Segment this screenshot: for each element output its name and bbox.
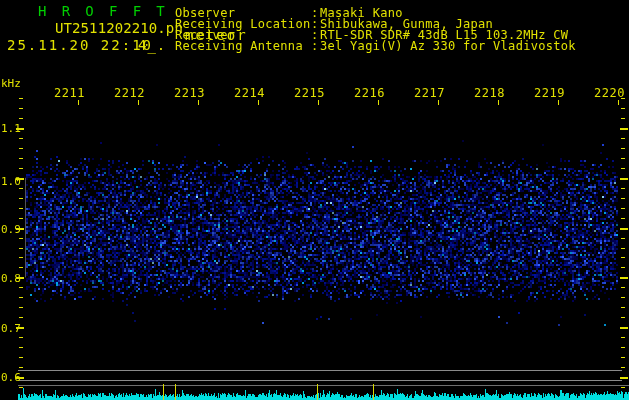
- x-tick-label: 2218: [474, 86, 505, 100]
- y-tick-label: 0.9: [1, 223, 21, 236]
- x-tick-label: 2214: [234, 86, 265, 100]
- info-label: Receiving Antenna: [175, 39, 307, 53]
- x-tick-label: 2213: [174, 86, 205, 100]
- y-tick-label: 1.0: [1, 175, 21, 188]
- x-tick-label: 2216: [354, 86, 385, 100]
- y-tick-label: 1.1: [1, 122, 21, 135]
- spectrogram-canvas: [0, 0, 629, 400]
- x-tick-label: 2212: [114, 86, 145, 100]
- app-title: H R O F F T: [38, 3, 168, 19]
- filename-label: UT2511202210.pn: [55, 20, 183, 36]
- y-axis-unit: kHz: [1, 77, 21, 90]
- y-tick-label: 0.7: [1, 322, 21, 335]
- hrofft-screen: H R O F F T UT2511202210.pn meteor 25.11…: [0, 0, 629, 400]
- datetime-label: 25.11.20 22:10: [7, 37, 153, 53]
- x-tick-label: 2211: [54, 86, 85, 100]
- y-tick-label: 0.8: [1, 272, 21, 285]
- x-tick-label: 2217: [414, 86, 445, 100]
- x-tick-label: 2219: [534, 86, 565, 100]
- x-tick-label: 2220: [594, 86, 625, 100]
- y-tick-label: 0.6: [1, 371, 21, 384]
- x-tick-label: 2215: [294, 86, 325, 100]
- second-counter: 4_.: [138, 37, 166, 53]
- info-value: 3el Yagi(V) Az 330 for Vladivostok: [320, 39, 576, 53]
- colon: :: [311, 39, 318, 53]
